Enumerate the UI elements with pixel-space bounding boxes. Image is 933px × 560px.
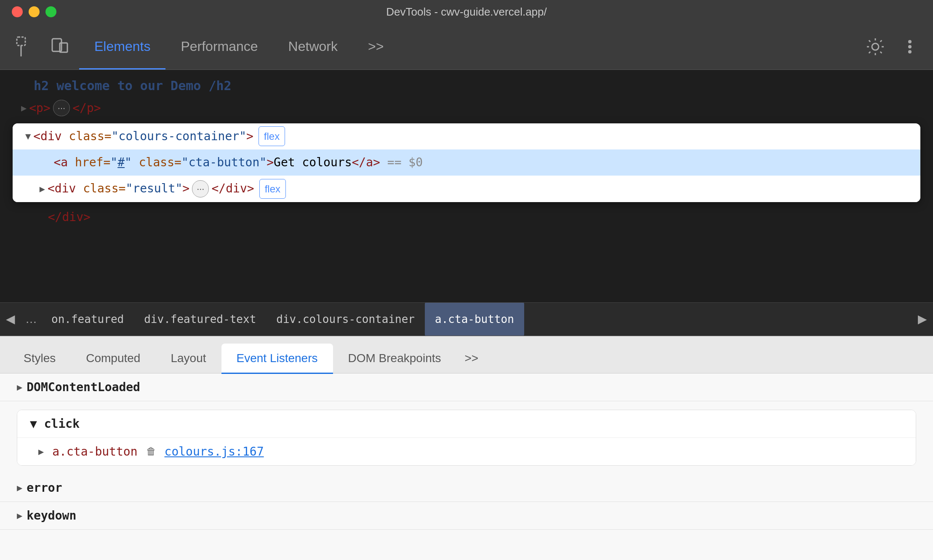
click-item-link[interactable]: colours.js:167 bbox=[165, 445, 264, 459]
panel-tabs: Styles Computed Layout Event Listeners D… bbox=[0, 336, 933, 373]
tab-styles[interactable]: Styles bbox=[8, 344, 71, 373]
main-panel: h2 welcome to our Demo /h2 ▶ <p> ··· </p… bbox=[0, 70, 933, 560]
tab-event-listeners[interactable]: Event Listeners bbox=[221, 344, 333, 373]
svg-point-4 bbox=[872, 43, 879, 50]
tab-computed[interactable]: Computed bbox=[71, 344, 155, 373]
window-controls bbox=[12, 6, 56, 17]
click-header[interactable]: ▼ click bbox=[17, 410, 916, 438]
tab-more[interactable]: >> bbox=[353, 24, 399, 69]
click-item-expand: ▶ bbox=[38, 446, 44, 457]
event-error[interactable]: ▶ error bbox=[0, 474, 933, 502]
popup-line-div[interactable]: ▼ <div class="colours-container" > flex bbox=[13, 123, 920, 149]
popup-line-a[interactable]: <a href="#" class="cta-button" > Get col… bbox=[13, 149, 920, 176]
close-button[interactable] bbox=[12, 6, 23, 17]
toolbar-right bbox=[864, 35, 921, 58]
svg-rect-0 bbox=[17, 37, 25, 45]
event-name-keydown: keydown bbox=[27, 509, 76, 523]
elements-panel: h2 welcome to our Demo /h2 ▶ <p> ··· </p… bbox=[0, 70, 933, 560]
expand-arrow: ▼ bbox=[25, 128, 31, 145]
tab-performance[interactable]: Performance bbox=[165, 24, 273, 69]
breadcrumb-featured[interactable]: on.featured bbox=[41, 302, 134, 336]
breadcrumb-featured-text[interactable]: div.featured-text bbox=[134, 302, 266, 336]
breadcrumb-dots: … bbox=[21, 312, 41, 326]
ellipsis-badge-result[interactable]: ··· bbox=[192, 180, 209, 198]
popup-box: ▼ <div class="colours-container" > flex … bbox=[13, 123, 920, 202]
tab-more-panel[interactable]: >> bbox=[456, 344, 487, 373]
breadcrumb-cta-button[interactable]: a.cta-button bbox=[425, 302, 524, 336]
breadcrumb-colours-container[interactable]: div.colours-container bbox=[266, 302, 425, 336]
breadcrumb-items: … on.featured div.featured-text div.colo… bbox=[21, 302, 912, 336]
popup-line-result[interactable]: ▶ <div class="result" > ··· </div> flex bbox=[13, 176, 920, 202]
html-line: h2 welcome to our Demo /h2 bbox=[0, 74, 933, 97]
event-name-error: error bbox=[27, 481, 62, 495]
tab-layout[interactable]: Layout bbox=[155, 344, 221, 373]
breadcrumb-bar: ◀ … on.featured div.featured-text div.co… bbox=[0, 302, 933, 336]
event-content: ▶ DOMContentLoaded ▼ click ▶ a.cta-butto… bbox=[0, 373, 933, 560]
more-options-icon[interactable] bbox=[898, 35, 921, 58]
expand-arrow-keydown: ▶ bbox=[17, 510, 22, 521]
svg-point-5 bbox=[908, 40, 912, 43]
window-title: DevTools - cwv-guide.vercel.app/ bbox=[386, 5, 547, 19]
device-toggle-icon[interactable] bbox=[45, 32, 75, 61]
click-label: click bbox=[44, 417, 80, 431]
svg-point-6 bbox=[908, 45, 912, 48]
title-bar: DevTools - cwv-guide.vercel.app/ bbox=[0, 0, 933, 24]
ellipsis-badge[interactable]: ··· bbox=[53, 100, 70, 116]
expand-arrow-error: ▶ bbox=[17, 483, 22, 493]
select-element-icon[interactable] bbox=[12, 32, 41, 61]
event-keydown[interactable]: ▶ keydown bbox=[0, 502, 933, 530]
bottom-panel: Styles Computed Layout Event Listeners D… bbox=[0, 336, 933, 560]
minimize-button[interactable] bbox=[29, 6, 40, 17]
tab-network[interactable]: Network bbox=[273, 24, 353, 69]
flex-badge-result[interactable]: flex bbox=[259, 179, 286, 199]
collapse-arrow-result: ▶ bbox=[40, 181, 45, 197]
event-dom-content-loaded[interactable]: ▶ DOMContentLoaded bbox=[0, 373, 933, 401]
click-item-selector: a.cta-button bbox=[52, 445, 137, 459]
flex-badge[interactable]: flex bbox=[259, 126, 285, 146]
toolbar-tabs: Elements Performance Network >> bbox=[79, 24, 864, 69]
html-area: h2 welcome to our Demo /h2 ▶ <p> ··· </p… bbox=[0, 70, 933, 302]
settings-icon[interactable] bbox=[864, 35, 887, 58]
toolbar: Elements Performance Network >> bbox=[0, 24, 933, 70]
delete-icon[interactable]: 🗑 bbox=[146, 445, 156, 457]
expand-arrow-dom: ▶ bbox=[17, 382, 22, 392]
breadcrumb-prev[interactable]: ◀ bbox=[0, 303, 21, 336]
html-line-p[interactable]: ▶ <p> ··· </p> bbox=[0, 97, 933, 119]
tab-dom-breakpoints[interactable]: DOM Breakpoints bbox=[333, 344, 456, 373]
click-arrow: ▼ bbox=[30, 417, 37, 431]
click-group: ▼ click ▶ a.cta-button 🗑 colours.js:167 bbox=[17, 410, 916, 466]
click-item[interactable]: ▶ a.cta-button 🗑 colours.js:167 bbox=[17, 438, 916, 465]
breadcrumb-next[interactable]: ▶ bbox=[912, 303, 933, 336]
event-name-dom: DOMContentLoaded bbox=[27, 380, 140, 394]
maximize-button[interactable] bbox=[45, 6, 56, 17]
html-line-close: </div> bbox=[0, 206, 933, 228]
svg-point-7 bbox=[908, 50, 912, 53]
tab-elements[interactable]: Elements bbox=[79, 24, 165, 69]
collapse-arrow: ▶ bbox=[21, 100, 27, 116]
